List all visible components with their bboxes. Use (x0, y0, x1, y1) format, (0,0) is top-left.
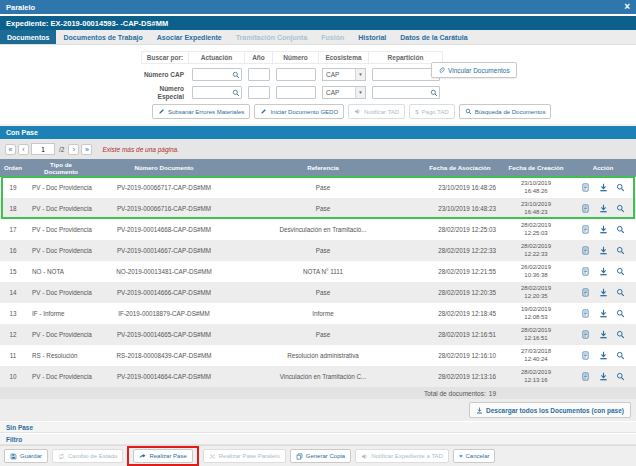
document-icon[interactable] (581, 225, 590, 234)
ecosistema-cap-select[interactable]: CAP▼ (322, 68, 366, 81)
table-row[interactable]: 13 IF - Informe IF-2019-00018879-CAP-DS#… (0, 303, 636, 324)
numero-especial-label: Número Especial (141, 85, 189, 101)
table-row[interactable]: 10 PV - Doc Providencia PV-2019-00014664… (0, 366, 636, 387)
close-icon[interactable]: × (624, 2, 630, 12)
tab-documentos-de-trabajo[interactable]: Documentos de Trabajo (56, 30, 149, 44)
cambio-estado-label: Cambio de Estado (68, 453, 117, 459)
table-row[interactable]: 11 RS - Resolución RS-2018-00008439-CAP-… (0, 345, 636, 366)
con-pase-section-header[interactable]: Con Pase (0, 126, 636, 139)
fecha-creacion-fecha: 28/02/2019 (521, 222, 551, 230)
document-icon[interactable] (581, 309, 590, 318)
cell-fecha-asociacion: 28/02/2019 12:22:33 (416, 240, 502, 261)
table-row[interactable]: 19 PV - Doc Providencia PV-2019-00066717… (0, 177, 636, 198)
document-icon[interactable] (581, 204, 590, 213)
document-icon[interactable] (581, 372, 590, 381)
first-page-button[interactable]: « (5, 144, 16, 155)
document-icon[interactable] (581, 288, 590, 297)
sin-pase-section-header[interactable]: Sin Pase (0, 421, 636, 433)
next-page-button[interactable]: › (68, 144, 79, 155)
search-icon[interactable] (232, 71, 240, 79)
ecosistema-esp-select[interactable]: CAP▼ (322, 86, 366, 99)
generar-copia-button[interactable]: Generar Copia (290, 449, 351, 463)
download-icon[interactable] (599, 309, 608, 318)
view-icon[interactable] (616, 372, 625, 381)
download-icon[interactable] (599, 351, 608, 360)
iniciar-gedo-label: Iniciar Documento GEDO (270, 109, 338, 115)
view-icon[interactable] (616, 351, 625, 360)
header-actuacion: Actuación (189, 51, 245, 64)
col-tipo: Tipo de Documento (26, 159, 98, 177)
cell-fecha-asociacion: 23/10/2019 16:48:26 (416, 177, 502, 198)
megaphone-icon (361, 453, 368, 460)
table-row[interactable]: 14 PV - Doc Providencia PV-2019-00014666… (0, 282, 636, 303)
realizar-pase-button[interactable]: Realizar Pase (133, 449, 192, 463)
tab-asociar-expediente[interactable]: Asociar Expediente (150, 30, 229, 44)
table-row[interactable]: 12 PV - Doc Providencia PV-2019-00014665… (0, 324, 636, 345)
cell-tipo: PV - Doc Providencia (26, 240, 98, 261)
cell-referencia: Pase (230, 198, 416, 219)
vincular-documentos-button[interactable]: Vincular Documentos (431, 62, 517, 78)
busqueda-documentos-button[interactable]: Búsqueda de Documentos (459, 104, 552, 119)
prev-page-button[interactable]: ‹ (18, 144, 29, 155)
descargar-todos-label: Descargar todos los Documentos (con pase… (486, 407, 624, 414)
table-row[interactable]: 17 PV - Doc Providencia PV-2019-00014668… (0, 219, 636, 240)
search-icon[interactable] (232, 89, 240, 97)
total-documentos-label: Total de documentos: (424, 390, 486, 397)
table-row[interactable]: 16 PV - Doc Providencia PV-2019-00014667… (0, 240, 636, 261)
last-page-button[interactable]: » (81, 144, 92, 155)
view-icon[interactable] (616, 288, 625, 297)
document-icon[interactable] (581, 267, 590, 276)
download-icon[interactable] (599, 204, 608, 213)
descargar-todos-button[interactable]: Descargar todos los Documentos (con pase… (469, 402, 631, 418)
tab-datos-caratula[interactable]: Datos de la Carátula (393, 30, 474, 44)
numero-esp-input[interactable] (277, 87, 315, 98)
search-icon[interactable] (430, 89, 438, 97)
cell-numero: PV-2019-00014664-CAP-DS#MM (98, 366, 230, 387)
view-icon[interactable] (616, 330, 625, 339)
download-icon[interactable] (599, 372, 608, 381)
download-icon[interactable] (599, 267, 608, 276)
filtro-section-header[interactable]: Filtro (0, 433, 636, 445)
view-icon[interactable] (616, 267, 625, 276)
tab-documentos[interactable]: Documentos (0, 30, 56, 44)
anio-esp-input[interactable] (249, 87, 269, 98)
page-input[interactable] (31, 143, 55, 155)
cell-acciones (570, 198, 636, 219)
table-row[interactable]: 15 NO - NOTA NO-2019-00013481-CAP-DS#MM … (0, 261, 636, 282)
download-icon[interactable] (599, 225, 608, 234)
document-icon[interactable] (581, 183, 590, 192)
cell-tipo: PV - Doc Providencia (26, 177, 98, 198)
title-bar: Paralelo × (0, 0, 636, 14)
document-icon[interactable] (581, 351, 590, 360)
cell-fecha-creacion: 27/03/201812:40:24 (502, 345, 570, 366)
cell-referencia: Informe (230, 303, 416, 324)
state-change-icon (58, 453, 65, 460)
subsanar-errores-button[interactable]: Subsanar Errores Materiales (152, 104, 250, 119)
fecha-creacion-fecha: 23/10/2019 (521, 180, 551, 188)
view-icon[interactable] (616, 225, 625, 234)
cancelar-label: Cancelar (465, 453, 489, 459)
cancelar-button[interactable]: ×Cancelar (453, 449, 496, 463)
guardar-button[interactable]: Guardar (4, 449, 48, 463)
download-icon[interactable] (599, 246, 608, 255)
download-icon[interactable] (599, 288, 608, 297)
view-icon[interactable] (616, 246, 625, 255)
view-icon[interactable] (616, 183, 625, 192)
view-icon[interactable] (616, 204, 625, 213)
window-title: Paralelo (6, 3, 35, 12)
download-icon[interactable] (599, 183, 608, 192)
highlight-red-box: Realizar Pase (127, 446, 198, 466)
busqueda-label: Búsqueda de Documentos (475, 109, 546, 115)
tab-historial[interactable]: Historial (351, 30, 393, 44)
actuacion-esp-field (192, 86, 242, 99)
document-icon[interactable] (581, 330, 590, 339)
document-icon[interactable] (581, 246, 590, 255)
numero-cap-input[interactable] (277, 69, 315, 80)
cell-fecha-creacion: 26/02/201910:36:38 (502, 261, 570, 282)
download-icon[interactable] (599, 330, 608, 339)
view-icon[interactable] (616, 309, 625, 318)
cell-acciones (570, 261, 636, 282)
table-row[interactable]: 18 PV - Doc Providencia PV-2019-00066716… (0, 198, 636, 219)
iniciar-documento-gedo-button[interactable]: Iniciar Documento GEDO (254, 104, 344, 119)
anio-cap-input[interactable] (249, 69, 269, 80)
